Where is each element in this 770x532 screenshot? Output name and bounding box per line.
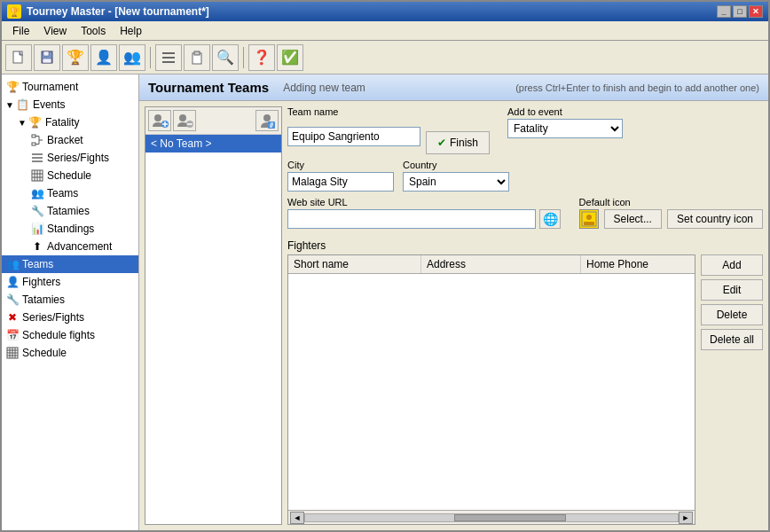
- fighters-table-header: Short name Address Home Phone Work Phone: [288, 255, 695, 274]
- finish-checkmark: ✔: [437, 137, 446, 149]
- team-list-panel: < No Team >: [145, 106, 282, 525]
- fighters-label: Fighters: [287, 239, 763, 252]
- city-group: City: [287, 160, 394, 192]
- sidebar-label-series-main: Series/Fights: [22, 311, 84, 324]
- default-icon-label: Default icon: [579, 197, 763, 207]
- svg-point-36: [179, 114, 186, 121]
- sidebar-label-bracket: Bracket: [47, 134, 83, 146]
- svg-rect-8: [194, 51, 200, 55]
- sidebar-item-tatamies-sub[interactable]: 🔧 Tatamies: [2, 202, 138, 220]
- sidebar-item-standings[interactable]: 📊 Standings: [2, 220, 138, 238]
- fighters-add-button[interactable]: Add: [701, 254, 763, 276]
- menu-help[interactable]: Help: [113, 23, 149, 39]
- svg-rect-2: [43, 51, 49, 56]
- fighters-icon: 👤: [5, 275, 20, 289]
- sidebar-item-series-sub[interactable]: Series/Fights: [2, 149, 138, 167]
- fighters-scrollbar[interactable]: ◄ ►: [288, 510, 695, 524]
- svg-point-32: [154, 114, 161, 121]
- website-group: Web site URL 🌐: [287, 197, 570, 229]
- country-label: Country: [403, 160, 509, 170]
- trophy-button[interactable]: 🏆: [62, 44, 89, 71]
- fighters-actions: Add Edit Delete Delete all: [701, 254, 763, 525]
- website-label: Web site URL: [287, 197, 570, 207]
- sidebar-item-schedule-fights[interactable]: 📅 Schedule fights: [2, 326, 138, 344]
- form-row-1: Team name ✔ Finish Add to event: [287, 106, 763, 154]
- clipboard-button[interactable]: [184, 44, 210, 71]
- sidebar-label-fighters: Fighters: [22, 276, 60, 288]
- sidebar-label-schedule-main: Schedule: [22, 347, 67, 359]
- search-button[interactable]: 🔍: [212, 44, 239, 71]
- team-list: < No Team >: [145, 135, 281, 524]
- form-row-2: City Country Spain France Germany Italy: [287, 160, 763, 192]
- svg-rect-9: [32, 135, 35, 137]
- sidebar-item-teams[interactable]: 👥 Teams: [2, 255, 138, 273]
- team-details-button[interactable]: [255, 110, 279, 131]
- user2-button[interactable]: 👥: [119, 44, 145, 71]
- fighters-delete-all-button[interactable]: Delete all: [701, 329, 763, 350]
- bracket-icon: [30, 133, 44, 147]
- sidebar-item-tournament[interactable]: 🏆 Tournament: [2, 78, 138, 96]
- finish-label: Finish: [450, 137, 478, 149]
- sidebar-item-fatality[interactable]: ▼ 🏆 Fatality: [2, 113, 138, 131]
- sidebar-item-events[interactable]: ▼ 📋 Events: [2, 96, 138, 113]
- scroll-right-button[interactable]: ►: [679, 512, 693, 524]
- finish-button[interactable]: ✔ Finish: [426, 131, 490, 154]
- save-button[interactable]: [34, 44, 60, 71]
- sidebar-item-tatamies-main[interactable]: 🔧 Tatamies: [2, 291, 138, 309]
- svg-rect-17: [32, 157, 43, 159]
- maximize-button[interactable]: □: [733, 5, 747, 18]
- user1-button[interactable]: 👤: [90, 44, 117, 71]
- sidebar-item-schedule-main[interactable]: Schedule: [2, 344, 138, 362]
- menu-view[interactable]: View: [36, 23, 74, 39]
- menu-file[interactable]: File: [5, 23, 36, 39]
- series-sub-icon: [30, 151, 44, 165]
- fighters-table-body[interactable]: [288, 274, 695, 510]
- tools-button[interactable]: [155, 44, 182, 71]
- menu-tools[interactable]: Tools: [74, 23, 113, 39]
- website-input[interactable]: [287, 209, 536, 229]
- events-icon: 📋: [16, 98, 30, 112]
- fighters-delete-button[interactable]: Delete: [701, 304, 763, 325]
- col-short-name: Short name: [288, 255, 421, 273]
- col-home-phone: Home Phone: [581, 255, 695, 273]
- sidebar-item-advancement[interactable]: ⬆ Advancement: [2, 238, 138, 255]
- city-input[interactable]: [287, 172, 394, 192]
- icon-preview[interactable]: [579, 209, 599, 229]
- scrollbar-thumb[interactable]: [454, 514, 566, 521]
- team-remove-button[interactable]: [173, 110, 196, 131]
- event-select[interactable]: Fatality: [507, 119, 623, 138]
- scroll-left-button[interactable]: ◄: [290, 512, 304, 524]
- content-body: < No Team > Team name ✔ Fin: [139, 101, 768, 530]
- team-name-input[interactable]: [287, 127, 420, 146]
- fatality-icon: 🏆: [28, 115, 43, 129]
- new-button[interactable]: [5, 44, 32, 71]
- svg-rect-5: [162, 57, 175, 59]
- team-add-button[interactable]: [148, 110, 171, 131]
- check-button[interactable]: ✅: [277, 44, 303, 71]
- events-arrow: ▼: [5, 100, 14, 110]
- svg-rect-46: [584, 222, 594, 225]
- app-icon: 🏆: [7, 4, 21, 19]
- minimize-button[interactable]: _: [717, 5, 731, 18]
- fighters-table: Short name Address Home Phone Work Phone: [287, 254, 695, 525]
- country-group: Country Spain France Germany Italy: [403, 160, 509, 192]
- horizontal-scrollbar[interactable]: [304, 513, 679, 522]
- close-button[interactable]: ✕: [749, 5, 763, 18]
- select-icon-button[interactable]: Select...: [604, 209, 662, 229]
- team-list-item[interactable]: < No Team >: [145, 135, 281, 153]
- set-country-icon-button[interactable]: Set country icon: [667, 209, 763, 229]
- country-select[interactable]: Spain France Germany Italy: [403, 172, 509, 192]
- sidebar-item-bracket[interactable]: Bracket: [2, 131, 138, 149]
- sidebar-item-series-main[interactable]: ✖ Series/Fights: [2, 309, 138, 326]
- sidebar-item-schedule-sub[interactable]: Schedule: [2, 167, 138, 184]
- sidebar-item-fighters[interactable]: 👤 Fighters: [2, 273, 138, 291]
- sidebar-label-tournament: Tournament: [22, 81, 78, 93]
- browse-website-button[interactable]: 🌐: [539, 209, 561, 229]
- help-button[interactable]: ❓: [248, 44, 275, 71]
- sidebar-item-teams-sub[interactable]: 👥 Teams: [2, 184, 138, 202]
- schedule-fights-icon: 📅: [5, 328, 20, 342]
- fighters-edit-button[interactable]: Edit: [701, 279, 763, 301]
- svg-rect-18: [32, 160, 43, 162]
- sidebar-label-events: Events: [33, 98, 66, 111]
- content-header: Tournament Teams Adding new team (press …: [139, 74, 768, 101]
